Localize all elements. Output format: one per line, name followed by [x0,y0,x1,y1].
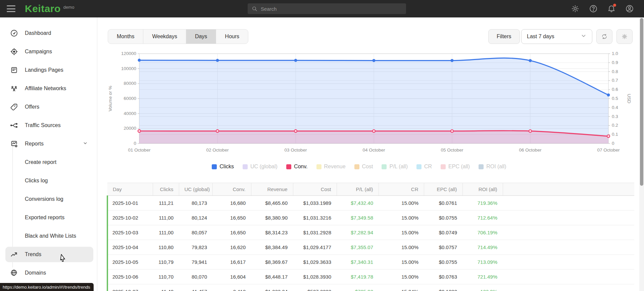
sidebar-item-label: Landings Pages [25,67,63,73]
hamburger-menu-icon[interactable] [7,5,15,12]
cell-epc-all: $0.1082 [424,284,462,291]
sidebar-item-dashboard[interactable]: Dashboard [5,25,93,41]
cell-cr: 15.00% [379,240,424,255]
legend-label: EPC (all) [448,164,470,170]
cell-roi-all: 719.36% [462,196,503,211]
cell-cr: 15.00% [379,211,424,225]
page-scrollbar[interactable] [639,17,644,291]
cell-clicks: 11,40 [153,284,179,291]
column-header-p-l-all[interactable]: P/L (all) [337,183,379,196]
cell-cr: 15.04% [379,284,424,291]
column-header-roi-all[interactable]: ROI (all) [462,183,503,196]
column-header-clicks[interactable]: Clicks [153,183,179,196]
legend-swatch [382,164,387,169]
legend-item-p-l-all[interactable]: P/L (all) [382,164,408,170]
offers-icon: $ [10,103,18,111]
legend-swatch [416,164,422,169]
cell-clicks: 110,79 [153,255,179,270]
legend-label: P/L (all) [389,164,408,170]
sidebar-item-affiliate-networks[interactable]: Affiliate Networks [5,81,93,96]
tab-months[interactable]: Months [108,30,143,44]
cell-epc-all: $0.0749 [424,225,462,240]
table-row[interactable]: 2025-10-02111,0080,12416,650$8,380.90$1,… [107,211,634,225]
tab-hours[interactable]: Hours [216,30,248,44]
keitaro-logo[interactable]: Keitaro [25,3,61,14]
search-icon [252,6,257,12]
column-header-cr[interactable]: CR [379,183,424,196]
gear-icon[interactable] [571,4,580,13]
sidebar-item-landings-pages[interactable]: Landings Pages [5,62,93,78]
cell-epc-all: $0.0763 [424,270,462,284]
column-header-conv[interactable]: Conv. [212,183,251,196]
cell-revenue: $8,314.23 [251,225,293,240]
sidebar-item-traffic-sources[interactable]: Traffic Sources [5,118,93,133]
bell-icon[interactable] [607,4,616,13]
svg-text:80000: 80000 [123,81,136,86]
sidebar-item-label: Domains [25,270,46,276]
cell-epc-all: $0.0755 [424,255,462,270]
landings-icon [10,66,18,74]
cell-cost: $1,029.4177 [293,240,337,255]
cell-roi-all: 712.64% [462,211,503,225]
cell-revenue: $8,465.60 [251,196,293,211]
column-header-uc-global[interactable]: UC (global) [179,183,212,196]
trends-toolbar: MonthsWeekdaysDaysHours Filters Last 7 d… [98,17,639,44]
legend-label: Clicks [219,164,234,170]
cell-roi-all: 714.49% [462,240,503,255]
legend-item-conv[interactable]: Conv. [286,164,308,170]
cell-p-l-all: $7,340.31 [337,255,379,270]
svg-text:USD: USD [627,94,632,104]
cell-filler [503,225,634,240]
sidebar-item-create-report[interactable]: Create report [5,155,93,170]
tab-days[interactable]: Days [186,30,216,44]
demo-badge: demo [63,5,75,10]
sidebar-item-campaigns[interactable]: Campaigns [5,44,93,59]
legend-item-epc-all[interactable]: EPC (all) [441,164,470,170]
scrollbar-thumb[interactable] [640,18,643,186]
user-icon[interactable] [625,4,634,13]
cell-cost: $1,031.2928 [293,225,337,240]
table-row[interactable]: 2025-10-04110,8079,82316,620$8,384.49$1,… [107,240,634,255]
table-row[interactable]: 2025-10-05110,7979,94116,617$8,369.67$1,… [107,255,634,270]
legend-item-cr[interactable]: CR [416,164,432,170]
global-search[interactable] [248,3,406,14]
status-url-text: https://demo.keitaro.io/admin/#!/trends/… [3,285,90,290]
svg-text:100000: 100000 [121,66,136,71]
sidebar-item-conversions-log[interactable]: Conversions log [5,191,93,207]
sidebar-item-trends[interactable]: Trends [5,247,93,262]
column-header-epc-all[interactable]: EPC (all) [424,183,462,196]
legend-item-uc-global[interactable]: UC (global) [243,164,278,170]
sidebar-item-exported-reports[interactable]: Exported reports [5,210,93,225]
sidebar-item-clicks-log[interactable]: Clicks log [5,173,93,188]
column-header-filler [503,183,634,196]
sidebar-item-reports[interactable]: Reports [5,136,93,152]
legend-item-roi-all[interactable]: ROI (all) [479,164,506,170]
column-header-cost[interactable]: Cost [293,183,337,196]
svg-text:20000: 20000 [123,126,136,131]
help-icon[interactable] [589,4,598,13]
cell-day: 2025-10-04 [107,240,153,255]
sidebar-item-domains[interactable]: Domains [5,265,93,281]
cell-filler [503,255,634,270]
cell-uc-global: 80,070 [179,270,212,284]
table-row[interactable]: 2025-10-01111,2180,17316,680$8,465.60$1,… [107,196,634,211]
cell-roi-all: 721.49% [462,270,503,284]
chevron-down-icon [83,140,88,147]
table-row[interactable]: 2025-10-06110,7080,07016,604$8,448.17$1,… [107,270,634,284]
sidebar-item-label: Clicks log [25,178,48,184]
svg-text:0.2: 0.2 [612,123,618,128]
column-header-revenue[interactable]: Revenue [251,183,293,196]
column-header-day[interactable]: Day [107,183,153,196]
sidebar-item-label: Traffic Sources [25,122,61,128]
legend-item-revenue[interactable]: Revenue [316,164,346,170]
svg-text:03 October: 03 October [285,148,307,153]
legend-item-cost[interactable]: Cost [354,164,373,170]
tab-weekdays[interactable]: Weekdays [143,30,186,44]
search-input[interactable] [261,6,402,12]
sidebar-item-black-and-white-lists[interactable]: Black and White Lists [5,228,93,244]
legend-item-clicks[interactable]: Clicks [212,164,234,170]
cell-conv: 16,650 [212,225,251,240]
sidebar-item-offers[interactable]: $Offers [5,99,93,115]
table-row[interactable]: 2025-10-0711,4011,4572,418$1,233.24$527.… [107,284,634,291]
table-row[interactable]: 2025-10-03111,0080,05716,650$8,314.23$1,… [107,225,634,240]
